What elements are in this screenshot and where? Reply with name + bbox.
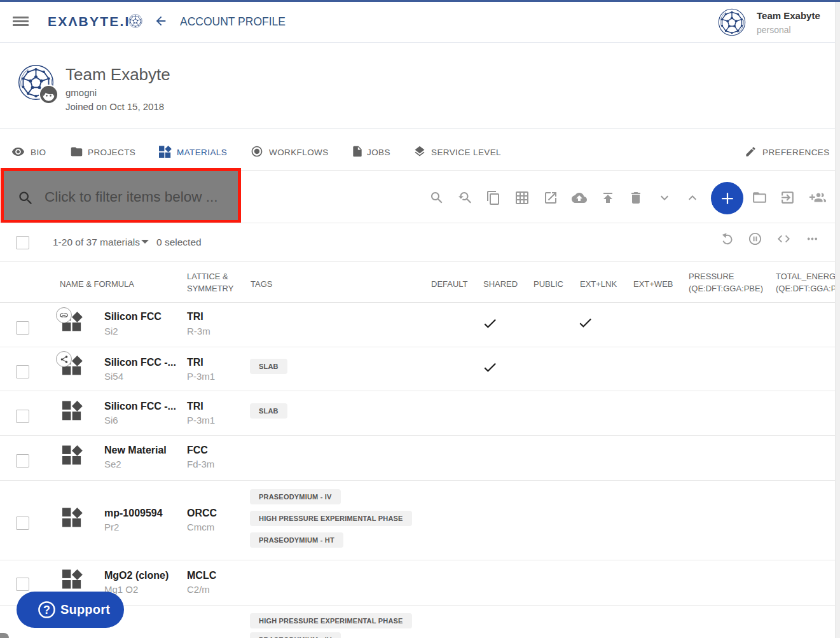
svg-text:?: ? xyxy=(43,604,50,616)
